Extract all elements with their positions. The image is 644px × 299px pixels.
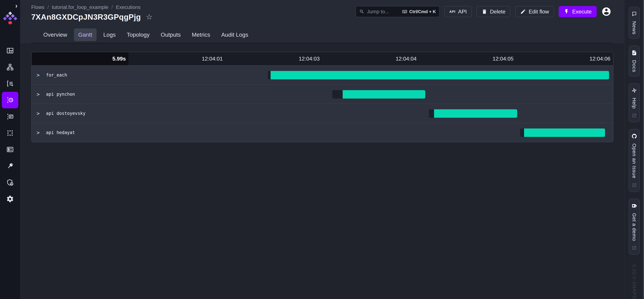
flows-icon: [6, 63, 14, 71]
edit-flow-button[interactable]: Edit flow: [515, 6, 554, 17]
logs-icon: [6, 113, 14, 120]
gantt-bar-api-dostoyevsky[interactable]: [429, 109, 517, 118]
tab-outputs[interactable]: Outputs: [156, 29, 185, 41]
gantt-tick: 12:04:03: [226, 52, 322, 65]
bar-success-segment: [434, 109, 517, 118]
breadcrumb-namespace[interactable]: tutorial.for_loop_example: [52, 4, 108, 10]
tab-overview[interactable]: Overview: [39, 29, 72, 41]
sidebar-item-plugins[interactable]: [2, 158, 18, 174]
sidebar-item-apps[interactable]: [2, 125, 18, 141]
task-name: api dostoyevsky: [46, 111, 86, 116]
gantt-tick: 12:04:05: [419, 52, 516, 65]
external-link-icon: [632, 245, 636, 250]
help-button[interactable]: Help: [629, 83, 640, 122]
help-label: Help: [632, 98, 637, 109]
chevron-right-icon[interactable]: >: [36, 111, 40, 116]
delete-button[interactable]: Delete: [476, 6, 511, 17]
video-icon: [632, 203, 637, 209]
document-icon: [632, 50, 637, 56]
header-actions: Jump to... Ctrl/Cmd + K API API: [356, 6, 612, 17]
pencil-icon: [520, 9, 526, 15]
settings-gear-icon: [6, 195, 14, 203]
chevron-right-icon[interactable]: >: [36, 72, 40, 78]
bar-queued-segment: [268, 71, 270, 79]
task-name: api pynchon: [46, 92, 75, 97]
kestra-logo[interactable]: [2, 11, 18, 26]
gantt-tick: 12:04:04: [322, 52, 419, 65]
breadcrumb-separator: /: [112, 4, 113, 10]
tab-metrics[interactable]: Metrics: [188, 29, 215, 41]
task-name: for_each: [46, 73, 67, 78]
app-version: 0.22.0-SNAPSH: [632, 264, 637, 299]
vertical-scrollbar[interactable]: [643, 0, 644, 299]
bar-success-segment: [343, 90, 425, 99]
execute-button[interactable]: Execute: [559, 6, 597, 17]
executions-icon: [6, 96, 14, 104]
search-icon: [359, 9, 364, 14]
docs-label: Docs: [632, 60, 637, 72]
api-button[interactable]: API API: [444, 6, 472, 17]
bar-success-segment: [524, 128, 605, 137]
sidebar-item-executions[interactable]: [2, 92, 18, 108]
get-a-demo-button[interactable]: Get a demo: [629, 199, 640, 255]
gantt-row-api-hedayat[interactable]: > api hedayat: [32, 123, 613, 142]
right-rail: News Docs Help Open an Issue: [624, 0, 644, 299]
gantt-row-api-dostoyevsky[interactable]: > api dostoyevsky: [32, 104, 613, 123]
gantt-bar-api-hedayat[interactable]: [520, 128, 605, 137]
news-button[interactable]: News: [629, 7, 640, 39]
external-link-icon: [632, 113, 636, 118]
favorite-star-icon[interactable]: ☆: [146, 13, 152, 21]
tab-audit-logs[interactable]: Audit Logs: [217, 29, 253, 41]
tab-topology[interactable]: Topology: [122, 29, 154, 41]
sidebar-expand-chevron-icon[interactable]: ›: [15, 2, 18, 9]
plugins-icon: [6, 162, 14, 170]
content-area: 5.99s 12:04:01 12:04:03 12:04:04 12:04:0…: [20, 43, 624, 299]
sidebar-item-flow-editor[interactable]: [2, 75, 18, 92]
breadcrumb-separator: /: [47, 4, 49, 10]
chevron-right-icon[interactable]: >: [36, 91, 40, 97]
gantt-bar-for-each[interactable]: [268, 71, 609, 79]
gantt-tick: 12:04:01: [128, 52, 226, 65]
tab-bar: Overview Gantt Logs Topology Outputs Met…: [31, 27, 612, 43]
bar-success-segment: [270, 71, 609, 79]
user-avatar[interactable]: [601, 7, 612, 17]
keyboard-icon: [402, 9, 407, 14]
gantt-duration-cell: 5.99s: [32, 52, 128, 65]
sidebar-item-flows[interactable]: [2, 59, 18, 75]
topbar: Flows / tutorial.for_loop_example / Exec…: [20, 0, 624, 43]
administration-icon: [6, 179, 14, 186]
get-a-demo-label: Get a demo: [632, 213, 637, 241]
flow-editor-icon: [6, 80, 14, 87]
blueprints-icon: [6, 146, 14, 153]
search-placeholder: Jump to...: [367, 9, 399, 15]
tab-gantt[interactable]: Gantt: [74, 29, 96, 41]
chevron-right-icon[interactable]: >: [36, 130, 40, 136]
sidebar-item-administration[interactable]: [2, 174, 18, 191]
open-an-issue-label: Open an Issue: [632, 143, 637, 178]
gantt-panel: 5.99s 12:04:01 12:04:03 12:04:04 12:04:0…: [31, 52, 614, 142]
news-label: News: [632, 21, 637, 35]
sidebar-item-blueprints[interactable]: [2, 141, 18, 158]
gantt-bar-api-pynchon[interactable]: [332, 90, 425, 99]
github-icon: [632, 133, 637, 139]
left-sidebar: ›: [0, 0, 20, 299]
sidebar-item-logs[interactable]: [2, 108, 18, 125]
docs-button[interactable]: Docs: [629, 46, 640, 77]
open-an-issue-button[interactable]: Open an Issue: [629, 129, 640, 192]
lightning-icon: [564, 9, 570, 15]
apps-icon: [6, 129, 14, 137]
news-bubble-icon: [632, 11, 637, 17]
breadcrumb-flows[interactable]: Flows: [31, 4, 44, 10]
gantt-row-api-pynchon[interactable]: > api pynchon: [32, 84, 613, 104]
gantt-time-axis: 5.99s 12:04:01 12:04:03 12:04:04 12:04:0…: [32, 52, 613, 65]
slack-icon: [632, 88, 637, 93]
sidebar-item-settings[interactable]: [2, 191, 18, 207]
bar-queued-segment: [520, 128, 524, 137]
search-shortcut: Ctrl/Cmd + K: [402, 9, 436, 14]
sidebar-nav: [0, 42, 20, 207]
search-input[interactable]: Jump to... Ctrl/Cmd + K: [356, 6, 440, 17]
gantt-row-for-each[interactable]: > for_each: [32, 65, 613, 84]
sidebar-item-dashboard[interactable]: [2, 42, 18, 59]
breadcrumb-executions[interactable]: Executions: [116, 4, 140, 10]
tab-logs[interactable]: Logs: [99, 29, 120, 41]
